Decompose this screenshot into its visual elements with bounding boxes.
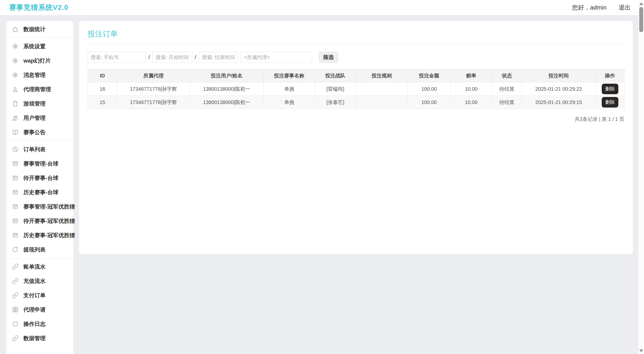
sidebar-divider	[6, 258, 73, 258]
sidebar-item-event-mgmt-champion[interactable]: 赛事管理-冠军优胜猜	[6, 199, 73, 214]
cell-amount: 100.00	[408, 96, 451, 109]
sidebar-item-label: 赛事公告	[23, 129, 46, 136]
page-scrollbar[interactable]	[638, 0, 644, 354]
cell-odds: 10.00	[451, 82, 492, 96]
end-time-input[interactable]	[199, 52, 238, 63]
filter-bar: / / 筛选	[88, 52, 624, 63]
table-row: 1617346771778|孙宇辉13800138000|陈初一单挑[雷镒玮]1…	[88, 82, 625, 96]
sidebar-item-history-billiards[interactable]: 历史赛事-台球	[6, 185, 73, 199]
column-header: 投注规则	[356, 69, 408, 82]
delete-button[interactable]: 删除	[602, 84, 618, 94]
column-header: 赔率	[451, 69, 492, 82]
phone-search-input[interactable]	[88, 52, 146, 63]
sidebar-item-upcoming-champion[interactable]: 待开赛事-冠军优胜猜	[6, 214, 73, 228]
sidebar-item-label: 数据统计	[23, 26, 46, 33]
book-icon	[12, 129, 19, 136]
delete-button[interactable]: 删除	[602, 97, 618, 108]
sidebar-item-label: 支付订单	[23, 292, 46, 299]
scroll-down-arrow-icon[interactable]	[639, 349, 643, 352]
cell-team: [张泰艺]	[315, 96, 356, 109]
agent-input[interactable]	[241, 52, 312, 63]
refresh-icon	[12, 246, 19, 253]
cell-status: 待结算	[492, 96, 522, 109]
column-header: 投注金额	[408, 69, 451, 82]
cell-time: 2025-01-21 00:29:15	[522, 96, 595, 109]
link-icon	[12, 335, 19, 342]
column-header: 所属代理	[117, 69, 190, 82]
column-header: ID	[88, 69, 117, 82]
bag-icon	[12, 175, 19, 181]
sidebar-item-label: 消息管理	[23, 71, 46, 79]
bag-icon	[12, 218, 19, 224]
sidebar-item-agent-mgmt[interactable]: 代理商管理	[6, 82, 73, 96]
table-header-row: ID所属代理投注用户/姓名投注赛事名称投注战队投注规则投注金额赔率状态投注时间操…	[88, 69, 625, 82]
cell-user: 13800138000|陈初一	[190, 82, 264, 96]
home-icon	[12, 26, 19, 33]
sidebar-item-pay-orders[interactable]: 支付订单	[6, 288, 73, 302]
cell-status: 待结算	[492, 82, 522, 96]
column-header: 投注时间	[522, 69, 595, 82]
sidebar-item-withdraw-list[interactable]: 提现列表	[6, 242, 73, 257]
cell-odds: 10.00	[451, 96, 492, 109]
sidebar-item-event-notice[interactable]: 赛事公告	[6, 125, 73, 139]
sidebar-divider	[6, 141, 73, 141]
scrollbar-thumb[interactable]	[639, 7, 643, 32]
bag-icon	[12, 232, 19, 239]
link-icon	[12, 263, 19, 270]
sidebar-item-label: 操作日志	[23, 320, 46, 328]
sidebar-item-event-mgmt-billiards[interactable]: 赛事管理-台球	[6, 157, 73, 171]
cell-id: 15	[88, 96, 117, 109]
topbar-right: 您好，admin 退出	[572, 4, 631, 12]
sidebar-item-op-logs[interactable]: 操作日志	[6, 317, 73, 331]
logout-button[interactable]: 退出	[619, 4, 631, 12]
sidebar-item-label: 游戏管理	[23, 100, 46, 108]
sidebar-item-system-settings[interactable]: 系统设置	[6, 39, 73, 54]
sidebar-item-label: wap幻灯片	[23, 57, 51, 65]
sidebar-menu: 数据统计系统设置wap幻灯片消息管理代理商管理游戏管理用户管理赛事公告订单列表赛…	[6, 22, 73, 345]
cell-id: 16	[88, 82, 117, 96]
pie-icon	[12, 146, 19, 153]
main-panel: 投注订单 / / 筛选 ID所属代理投注用户/姓名投注赛事名称投注战队投注规则投…	[79, 21, 633, 254]
column-header: 投注赛事名称	[264, 69, 315, 82]
link-icon	[12, 292, 19, 299]
scroll-up-arrow-icon[interactable]	[639, 2, 643, 5]
pagination-info: 共2条记录 | 第 1 / 1 页	[88, 116, 624, 123]
sidebar-item-label: 代理申请	[23, 306, 46, 314]
sidebar-item-label: 账单流水	[23, 263, 46, 271]
filter-button[interactable]: 筛选	[319, 52, 338, 63]
grid-icon	[12, 306, 19, 313]
sidebar-item-label: 充值流水	[23, 277, 46, 285]
sidebar-item-order-list[interactable]: 订单列表	[6, 142, 73, 157]
start-time-input[interactable]	[152, 52, 192, 63]
filter-separator: /	[192, 54, 199, 61]
sidebar-item-label: 订单列表	[23, 146, 46, 153]
sidebar-item-stats[interactable]: 数据统计	[6, 22, 73, 36]
sidebar-item-history-champion[interactable]: 历史赛事-冠军优胜猜	[6, 228, 73, 242]
cell-rule	[356, 96, 408, 109]
sidebar-item-recharge-flow[interactable]: 充值流水	[6, 274, 73, 288]
sidebar-item-label: 赛事管理-台球	[23, 160, 58, 168]
top-bar: 赛事竞猜系统V2.0 您好，admin 退出	[0, 0, 638, 15]
sidebar-item-upcoming-billiards[interactable]: 待开赛事-台球	[6, 171, 73, 185]
column-header: 投注战队	[315, 69, 356, 82]
cell-amount: 100.00	[408, 82, 451, 96]
cell-event: 单挑	[264, 96, 315, 109]
cell-team: [雷镒玮]	[315, 82, 356, 96]
sidebar-item-wap-slides[interactable]: wap幻灯片	[6, 54, 73, 68]
sidebar-item-game-mgmt[interactable]: 游戏管理	[6, 96, 73, 111]
link-icon	[12, 278, 19, 284]
cell-agent: 17346771778|孙宇辉	[117, 82, 190, 96]
sidebar-item-user-mgmt[interactable]: 用户管理	[6, 111, 73, 125]
column-header: 投注用户/姓名	[190, 69, 264, 82]
cell-agent: 17346771778|孙宇辉	[117, 96, 190, 109]
sidebar-item-agent-apply[interactable]: 代理申请	[6, 302, 73, 317]
table-row: 1517346771778|孙宇辉13800138000|陈初一单挑[张泰艺]1…	[88, 96, 625, 109]
sidebar-item-bill-flow[interactable]: 账单流水	[6, 260, 73, 274]
column-header: 状态	[492, 69, 522, 82]
bag-icon	[12, 203, 19, 210]
sidebar-item-data-mgmt[interactable]: 数据管理	[6, 331, 73, 345]
cell-action: 删除	[595, 82, 625, 96]
sidebar-item-label: 数据管理	[23, 335, 46, 342]
sidebar-item-message-mgmt[interactable]: 消息管理	[6, 68, 73, 82]
cell-user: 13800138000|陈初一	[190, 96, 264, 109]
